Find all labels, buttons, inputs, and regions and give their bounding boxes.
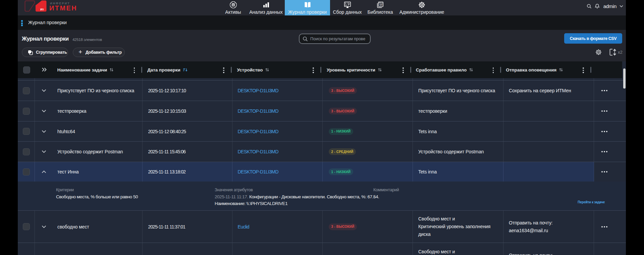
svg-text:Ит: Ит	[40, 8, 44, 11]
svg-text:</>: </>	[379, 4, 383, 6]
